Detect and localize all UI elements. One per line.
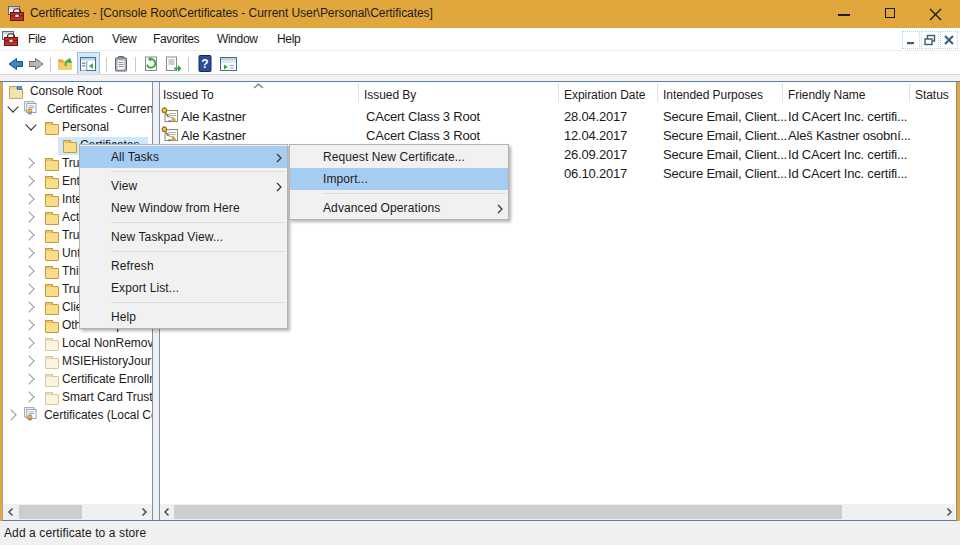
svg-text:?: ?	[201, 57, 208, 71]
